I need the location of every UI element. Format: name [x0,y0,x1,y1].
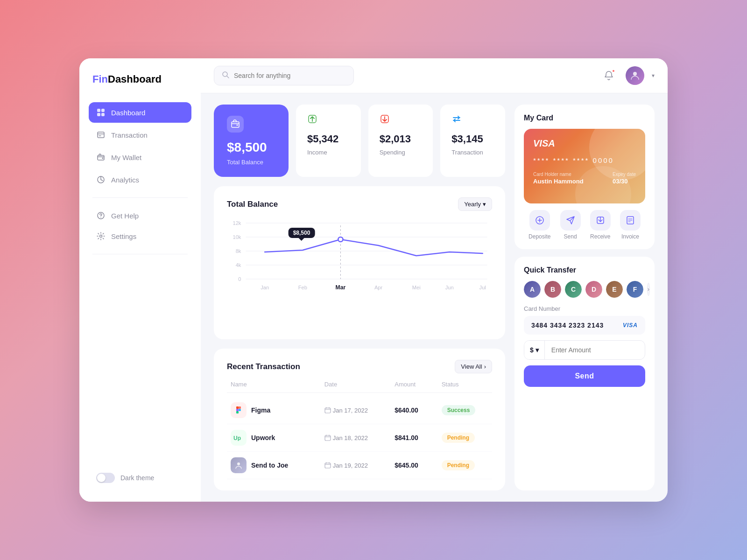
sidebar-item-analytics[interactable]: Analytics [89,169,191,190]
svg-rect-42 [236,411,239,413]
svg-text:8k: 8k [236,248,241,254]
card-expiry-field: Expiry date 03/30 [613,172,636,185]
header-right: ▾ [599,66,655,85]
total-balance-label: Total Balance [227,159,275,166]
sidebar-nav: Dashboard Transaction [89,102,191,190]
trans-name-figma: Figma [231,402,324,418]
avatar-button[interactable] [626,66,644,85]
notification-button[interactable] [599,66,618,85]
period-selector[interactable]: Yearly ▾ [458,197,492,211]
stat-card-income: $5,342 Income [296,105,361,177]
transfer-avatar-1[interactable]: A [524,281,541,298]
stats-row: $8,500 Total Balance $5,342 Income [214,105,505,177]
avatar-chevron-icon[interactable]: ▾ [652,72,655,79]
visa-small-logo: VISA [623,322,638,329]
svg-rect-54 [325,463,331,468]
svg-point-15 [633,72,637,76]
transfer-avatar-4[interactable]: D [585,281,602,298]
deposite-button[interactable]: Deposite [529,210,550,240]
avatar-next-button[interactable]: › [647,283,650,296]
transactions-table: Name Date Amount Status [227,381,492,479]
table-row: Up Upwork Jan 18, 2022 $841.00 Pending [227,424,492,452]
invoice-label: Invoice [621,233,639,240]
svg-text:10k: 10k [233,234,241,240]
svg-rect-39 [236,406,239,409]
svg-text:Jul: Jul [479,285,486,290]
sidebar-item-settings[interactable]: Settings [89,226,191,246]
svg-rect-4 [98,132,104,138]
send-button[interactable]: Send [524,365,645,387]
left-panel: $8,500 Total Balance $5,342 Income [214,105,505,490]
search-input[interactable] [234,72,346,79]
sidebar-item-settings-label: Settings [111,232,136,240]
toggle-thumb [97,474,106,482]
transfer-avatar-6[interactable]: F [627,281,643,298]
send-card-button[interactable]: Send [560,210,581,240]
currency-chevron-icon: ▾ [536,346,539,354]
currency-symbol: $ [530,346,534,354]
card-number-display: **** **** **** 0000 [533,156,636,164]
svg-text:Jun: Jun [445,285,454,290]
sidebar-item-analytics-label: Analytics [111,176,139,184]
app-container: FinDashboard Dashboard [79,58,668,502]
svg-rect-16 [232,122,239,127]
main-content: ▾ [201,58,668,502]
trans-upwork-name: Upwork [251,434,275,441]
receive-label: Receive [590,233,610,240]
search-bar[interactable] [214,66,354,85]
trans-joe-status: Pending [442,460,488,470]
svg-text:Up: Up [233,435,241,441]
invoice-button[interactable]: Invoice [620,210,641,240]
invoice-icon [620,210,641,231]
total-balance-icon [227,116,244,133]
transactions-title: Recent Transaction [227,362,300,371]
amount-input[interactable] [545,341,645,359]
svg-text:4k: 4k [236,262,241,268]
card-number-value: 3484 3434 2323 2143 VISA [524,316,645,335]
view-all-chevron-icon: › [484,363,486,370]
trans-name-upwork: Up Upwork [231,430,324,446]
sidebar-item-get-help-label: Get Help [111,212,139,220]
trans-upwork-date: Jan 18, 2022 [324,434,395,441]
send-label: Send [564,233,577,240]
send-icon [560,210,581,231]
svg-point-17 [237,125,238,126]
svg-point-43 [239,409,241,411]
sidebar: FinDashboard Dashboard [79,58,201,502]
transfer-avatar-2[interactable]: B [544,281,561,298]
receive-button[interactable]: Receive [590,210,611,240]
chart-header: Total Balance Yearly ▾ [227,197,492,211]
svg-rect-49 [325,435,331,441]
help-icon [96,211,106,220]
svg-text:12k: 12k [233,220,241,226]
trans-name-joe: Send to Joe [231,457,324,473]
avatar-row: A B C D E [524,281,645,298]
transfer-avatar-5[interactable]: E [606,281,623,298]
table-row: Figma Jan 17, 2022 $640.00 Success [227,397,492,424]
svg-rect-1 [101,109,105,112]
analytics-icon [96,175,106,184]
transfer-avatar-3[interactable]: C [565,281,582,298]
sidebar-item-dashboard[interactable]: Dashboard [89,102,191,123]
currency-select[interactable]: $ ▾ [524,341,545,359]
chart-svg: 12k 10k 8k 4k 0 Jan Feb Mar Apr Mei Jun [227,218,492,293]
col-date: Date [324,381,395,388]
deposite-icon [529,210,550,231]
svg-line-14 [227,76,229,78]
trans-joe-date: Jan 19, 2022 [324,462,395,469]
sidebar-item-transaction[interactable]: Transaction [89,125,191,145]
sidebar-item-my-wallet[interactable]: My Wallet [89,147,191,168]
content-body: $8,500 Total Balance $5,342 Income [201,93,668,502]
sidebar-item-get-help[interactable]: Get Help [89,205,191,226]
card-bottom: Card Holder name Austin Hammond Expiry d… [533,172,636,185]
sidebar-divider-1 [92,197,188,198]
dark-theme-toggle[interactable]: Dark theme [89,469,191,487]
my-card-section: My Card VISA **** **** **** 0000 Card Ho… [514,105,655,249]
trans-figma-amount: $640.00 [395,406,441,414]
deposite-label: Deposite [529,233,550,240]
view-all-button[interactable]: View All › [455,360,492,373]
toggle-switch[interactable] [96,473,115,483]
card-holder-label: Card Holder name [533,172,584,177]
card-number-section: Card Number 3484 3434 2323 2143 VISA [524,305,645,335]
total-balance-amount: $8,500 [227,140,275,155]
